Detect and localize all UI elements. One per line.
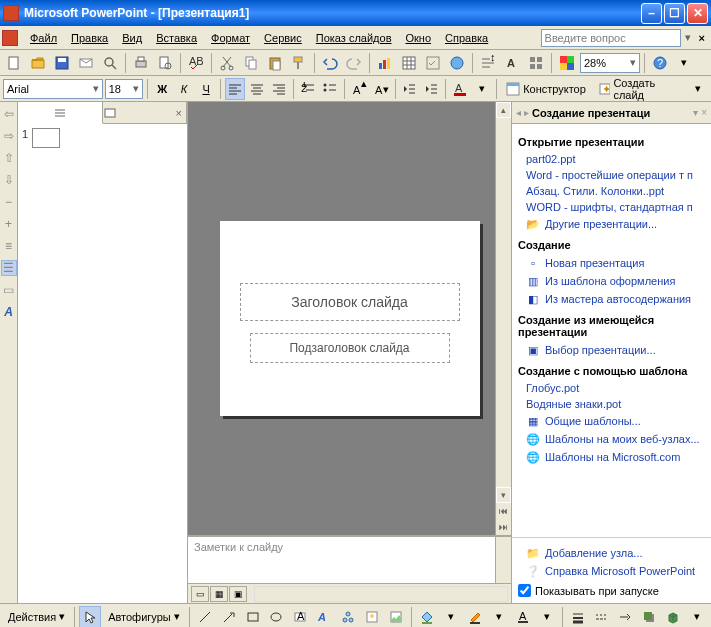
close-button[interactable]: ✕ xyxy=(687,3,708,24)
menu-tools[interactable]: Сервис xyxy=(258,29,308,47)
italic-button[interactable]: К xyxy=(174,78,194,100)
align-center-button[interactable] xyxy=(247,78,267,100)
insert-clipart-button[interactable] xyxy=(361,606,383,628)
templates-websites[interactable]: 🌐Шаблоны на моих веб-узлах... xyxy=(518,430,705,448)
ask-dropdown-icon[interactable]: ▾ xyxy=(683,31,693,44)
underline-button[interactable]: Ч xyxy=(196,78,216,100)
maximize-button[interactable]: ☐ xyxy=(664,3,685,24)
new-slide-button[interactable]: ✦Создать слайд xyxy=(593,78,686,100)
zoom-combo[interactable]: 28%▾ xyxy=(580,53,640,73)
slideshow-view-button[interactable]: ▣ xyxy=(229,586,247,602)
align-right-button[interactable] xyxy=(269,78,289,100)
color-grayscale-button[interactable] xyxy=(556,52,578,74)
outline-slide-1[interactable]: 1 xyxy=(22,128,183,148)
format-painter-button[interactable] xyxy=(288,52,310,74)
fill-color-dropdown-icon[interactable]: ▾ xyxy=(440,606,462,628)
template-0[interactable]: Глобус.pot xyxy=(518,380,705,396)
menu-slideshow[interactable]: Показ слайдов xyxy=(310,29,398,47)
open-button[interactable] xyxy=(27,52,49,74)
redo-button[interactable] xyxy=(343,52,365,74)
draw-toolbar-options-icon[interactable]: ▾ xyxy=(686,606,708,628)
expand-icon[interactable]: + xyxy=(1,216,17,232)
menu-edit[interactable]: Правка xyxy=(65,29,114,47)
grid-button[interactable] xyxy=(525,52,547,74)
bold-button[interactable]: Ж xyxy=(152,78,172,100)
promote-icon[interactable]: ⇦ xyxy=(1,106,17,122)
create-from-design[interactable]: ▥Из шаблона оформления xyxy=(518,272,705,290)
templates-mscom[interactable]: 🌐Шаблоны на Microsoft.com xyxy=(518,448,705,466)
font-combo[interactable]: Arial▾ xyxy=(3,79,103,99)
next-slide-icon[interactable]: ⏭ xyxy=(496,519,511,535)
insert-picture-button[interactable] xyxy=(385,606,407,628)
slides-tab[interactable]: × xyxy=(103,102,188,123)
font-size-combo[interactable]: 18▾ xyxy=(105,79,144,99)
close-pane-icon[interactable]: × xyxy=(172,107,186,119)
autoshapes-menu[interactable]: Автофигуры ▾ xyxy=(103,606,185,628)
select-objects-button[interactable] xyxy=(79,606,101,628)
dash-style-button[interactable] xyxy=(590,606,612,628)
add-network-place[interactable]: 📁Добавление узла... xyxy=(518,544,705,562)
show-startup-checkbox[interactable] xyxy=(518,584,531,597)
title-placeholder[interactable]: Заголовок слайда xyxy=(240,283,460,321)
create-autocontent[interactable]: ◧Из мастера автосодержания xyxy=(518,290,705,308)
format-toolbar-options-icon[interactable]: ▾ xyxy=(688,78,708,100)
decrease-indent-button[interactable] xyxy=(399,78,419,100)
paste-button[interactable] xyxy=(264,52,286,74)
show-at-startup[interactable]: Показывать при запуске xyxy=(518,584,705,597)
templates-general[interactable]: ▦Общие шаблоны... xyxy=(518,412,705,430)
save-button[interactable] xyxy=(51,52,73,74)
toolbar-options-icon[interactable]: ▾ xyxy=(673,52,695,74)
tables-borders-button[interactable] xyxy=(422,52,444,74)
open-more[interactable]: 📂Другие презентации... xyxy=(518,215,705,233)
expand-all-button[interactable]: ↕ xyxy=(477,52,499,74)
decrease-font-button[interactable]: A▾ xyxy=(371,78,391,100)
notes-scrollbar[interactable] xyxy=(495,537,511,583)
print-preview-button[interactable] xyxy=(154,52,176,74)
shadow-style-button[interactable] xyxy=(638,606,660,628)
menu-help[interactable]: Справка xyxy=(439,29,494,47)
arrow-tool-button[interactable] xyxy=(218,606,240,628)
scroll-down-icon[interactable]: ▾ xyxy=(496,487,511,503)
3d-style-button[interactable] xyxy=(662,606,684,628)
doc-close-button[interactable]: × xyxy=(695,32,709,44)
oval-tool-button[interactable] xyxy=(265,606,287,628)
menu-window[interactable]: Окно xyxy=(400,29,438,47)
undo-button[interactable] xyxy=(319,52,341,74)
open-item-0[interactable]: part02.ppt xyxy=(518,151,705,167)
horizontal-scrollbar[interactable] xyxy=(254,586,508,602)
wordart-button[interactable]: A xyxy=(313,606,335,628)
normal-view-button[interactable]: ▭ xyxy=(191,586,209,602)
font-color-dropdown-icon[interactable]: ▾ xyxy=(472,78,492,100)
outline-body[interactable]: 1 xyxy=(18,124,187,603)
line-color-dropdown-icon[interactable]: ▾ xyxy=(488,606,510,628)
slide-thumbnail-icon[interactable] xyxy=(32,128,60,148)
notes-pane[interactable]: Заметки к слайду xyxy=(188,535,511,583)
numbering-button[interactable]: 12 xyxy=(298,78,318,100)
increase-indent-button[interactable] xyxy=(421,78,441,100)
vertical-scrollbar[interactable]: ▴ ▾ ⏮ ⏭ xyxy=(495,102,511,535)
increase-font-button[interactable]: A▴ xyxy=(349,78,369,100)
ask-question-box[interactable]: Введите вопрос xyxy=(541,29,681,47)
line-tool-button[interactable] xyxy=(194,606,216,628)
outline-tab[interactable] xyxy=(18,102,103,124)
insert-table-button[interactable] xyxy=(398,52,420,74)
open-item-3[interactable]: WORD - шрифты, стандартная п xyxy=(518,199,705,215)
show-formatting-button[interactable]: A xyxy=(501,52,523,74)
open-item-1[interactable]: Word - простейшие операции т п xyxy=(518,167,705,183)
new-button[interactable] xyxy=(3,52,25,74)
taskpane-close-icon[interactable]: × xyxy=(701,107,707,118)
prev-slide-icon[interactable]: ⏮ xyxy=(496,503,511,519)
line-style-button[interactable] xyxy=(567,606,589,628)
menu-format[interactable]: Формат xyxy=(205,29,256,47)
cut-button[interactable] xyxy=(216,52,238,74)
subtitle-placeholder[interactable]: Подзаголовок слайда xyxy=(250,333,450,363)
line-color-button[interactable] xyxy=(464,606,486,628)
textbox-tool-button[interactable]: A xyxy=(289,606,311,628)
font-color-draw-dropdown-icon[interactable]: ▾ xyxy=(536,606,558,628)
slide[interactable]: Заголовок слайда Подзаголовок слайда xyxy=(220,221,480,416)
insert-hyperlink-button[interactable] xyxy=(446,52,468,74)
summary-slide-icon[interactable]: ▭ xyxy=(1,282,17,298)
menu-insert[interactable]: Вставка xyxy=(150,29,203,47)
move-down-icon[interactable]: ⇩ xyxy=(1,172,17,188)
insert-chart-button[interactable] xyxy=(374,52,396,74)
